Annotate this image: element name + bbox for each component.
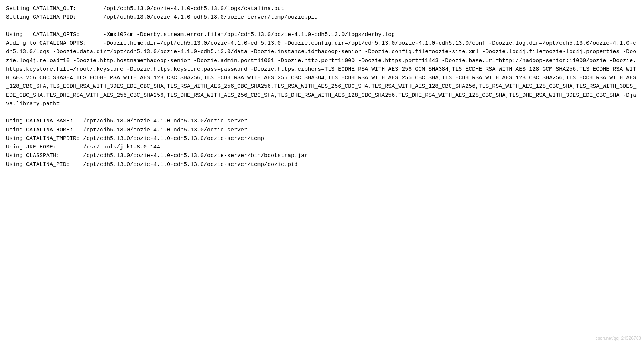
watermark: csdn.net/qq_24326763 xyxy=(596,335,641,342)
terminal-output: Setting CATALINA_OUT: /opt/cdh5.13.0/ooz… xyxy=(6,4,638,169)
